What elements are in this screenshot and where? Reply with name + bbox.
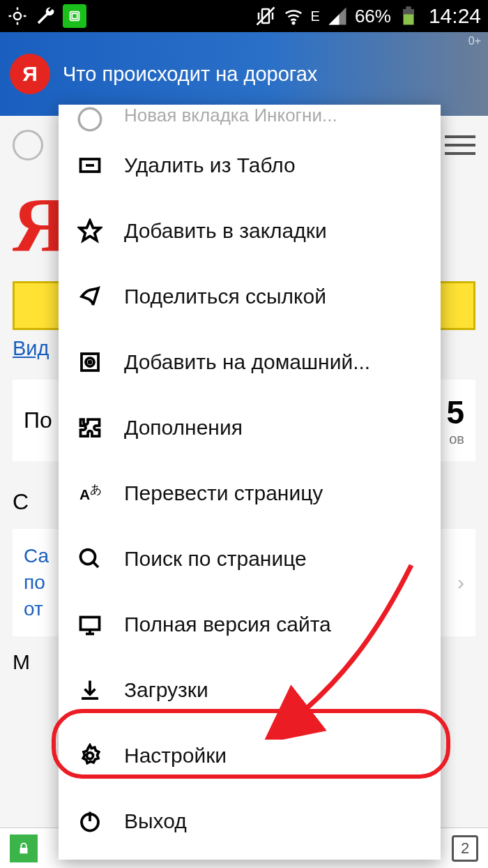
card-value: 5 ов xyxy=(446,394,464,447)
menu-item-settings[interactable]: Настройки xyxy=(59,723,441,788)
svg-point-0 xyxy=(14,13,21,20)
gps-icon xyxy=(7,6,28,27)
svg-text:あ: あ xyxy=(90,483,102,496)
menu-item-label: Удалить из Табло xyxy=(124,154,296,177)
browser-overflow-menu: Новая вкладка Инкогни... Удалить из Табл… xyxy=(59,105,441,860)
android-status-bar: E 66% 14:24 xyxy=(0,0,488,32)
svg-rect-14 xyxy=(406,6,411,9)
battery-percentage: 66% xyxy=(355,6,391,27)
menu-item-label: Настройки xyxy=(124,744,227,768)
add-home-icon xyxy=(75,350,105,375)
tab-count-button[interactable]: 2 xyxy=(452,835,478,862)
menu-item-share-link[interactable]: Поделиться ссылкой xyxy=(59,264,441,329)
svg-rect-13 xyxy=(403,9,413,15)
svg-point-22 xyxy=(89,361,91,364)
clock: 14:24 xyxy=(429,4,481,28)
menu-item-label: Новая вкладка Инкогни... xyxy=(124,105,337,126)
menu-item-remove-from-tablo[interactable]: Удалить из Табло xyxy=(59,133,441,198)
menu-item-label: Перевести страницу xyxy=(124,481,323,505)
translate-icon: Aあ xyxy=(75,481,105,506)
power-icon xyxy=(75,809,105,834)
svg-point-32 xyxy=(87,753,93,759)
battery-icon xyxy=(398,6,419,27)
svg-point-16 xyxy=(79,108,101,130)
vibrate-icon xyxy=(255,6,276,27)
age-rating: 0+ xyxy=(468,35,481,47)
menu-item-label: Добавить на домашний... xyxy=(124,350,370,374)
star-icon xyxy=(75,218,105,244)
menu-item-label: Загрузки xyxy=(124,678,208,702)
svg-text:A: A xyxy=(79,486,90,502)
svg-line-26 xyxy=(93,562,99,568)
svg-rect-15 xyxy=(20,848,28,853)
chevron-right-icon: › xyxy=(457,571,464,594)
gear-icon xyxy=(75,743,105,768)
search-icon xyxy=(75,546,105,571)
locate-icon[interactable] xyxy=(13,130,43,160)
view-link[interactable]: Вид xyxy=(13,337,49,359)
menu-item-label: Поделиться ссылкой xyxy=(124,285,326,308)
menu-item-label: Полная версия сайта xyxy=(124,613,331,636)
remove-tile-icon xyxy=(75,153,105,178)
puzzle-icon xyxy=(75,415,105,440)
signal-icon xyxy=(327,6,348,27)
menu-item-label: Выход xyxy=(124,809,187,833)
menu-item-extensions[interactable]: Дополнения xyxy=(59,395,441,461)
menu-item-desktop-site[interactable]: Полная версия сайта xyxy=(59,592,441,657)
links-text: Са по от xyxy=(24,543,49,622)
hamburger-menu-button[interactable] xyxy=(445,130,475,160)
wifi-icon xyxy=(283,6,304,27)
promo-banner[interactable]: Я Что происходит на дорогах 0+ xyxy=(0,32,488,116)
wrench-icon xyxy=(35,6,56,27)
desktop-icon xyxy=(75,612,105,637)
menu-item-downloads[interactable]: Загрузки xyxy=(59,657,441,723)
card-label: По xyxy=(24,407,52,433)
svg-point-25 xyxy=(81,550,96,564)
download-icon xyxy=(75,678,105,703)
menu-item-exit[interactable]: Выход xyxy=(59,788,441,854)
svg-rect-27 xyxy=(81,618,100,630)
yandex-logo-icon: Я xyxy=(10,54,50,94)
banner-text: Что происходит на дорогах xyxy=(63,63,317,86)
menu-item-add-bookmark[interactable]: Добавить в закладки xyxy=(59,198,441,264)
menu-item-add-to-home[interactable]: Добавить на домашний... xyxy=(59,329,441,395)
menu-item-label: Добавить в закладки xyxy=(124,219,327,243)
menu-item-translate[interactable]: Aあ Перевести страницу xyxy=(59,461,441,526)
menu-item-label: Дополнения xyxy=(124,416,243,440)
incognito-icon xyxy=(75,105,105,133)
lock-icon[interactable] xyxy=(10,835,38,862)
share-icon xyxy=(75,284,105,309)
menu-item-label: Поиск по странице xyxy=(124,547,307,571)
menu-item-find-in-page[interactable]: Поиск по странице xyxy=(59,526,441,592)
network-type-label: E xyxy=(311,8,320,24)
svg-rect-6 xyxy=(72,13,77,18)
svg-marker-19 xyxy=(79,220,100,241)
menu-item-new-incognito-tab[interactable]: Новая вкладка Инкогни... xyxy=(59,105,441,133)
app-icon xyxy=(63,4,86,28)
svg-point-11 xyxy=(292,22,294,24)
